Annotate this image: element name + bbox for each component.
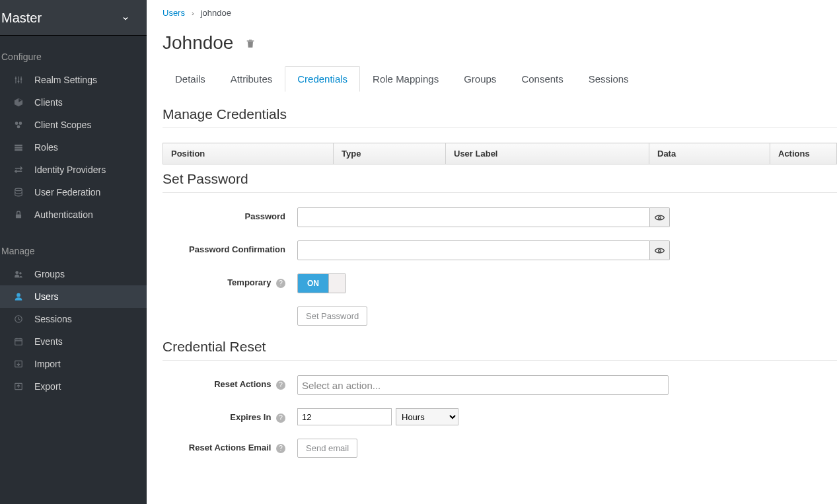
sidebar-nav-configure: Realm Settings Clients Client Scopes Rol… bbox=[0, 69, 147, 226]
th-position: Position bbox=[163, 143, 334, 164]
tab-role-mappings[interactable]: Role Mappings bbox=[360, 66, 451, 92]
sidebar-item-label: Groups bbox=[34, 269, 65, 279]
tab-sessions[interactable]: Sessions bbox=[576, 66, 641, 92]
svg-rect-0 bbox=[15, 77, 16, 84]
toggle-knob bbox=[328, 274, 346, 293]
tabs: Details Attributes Credentials Role Mapp… bbox=[163, 65, 837, 92]
label-password: Password bbox=[163, 207, 297, 221]
tab-details[interactable]: Details bbox=[163, 66, 218, 92]
label-expires-in: Expires In ? bbox=[163, 408, 297, 423]
svg-point-5 bbox=[20, 79, 22, 81]
user-icon bbox=[13, 291, 24, 302]
label-password-confirm: Password Confirmation bbox=[163, 240, 297, 254]
label-reset-actions-email: Reset Actions Email ? bbox=[163, 439, 297, 453]
section-credential-reset: Credential Reset bbox=[163, 339, 837, 361]
expires-in-input[interactable] bbox=[297, 408, 392, 425]
svg-point-4 bbox=[18, 81, 20, 83]
help-icon[interactable]: ? bbox=[276, 414, 285, 423]
sidebar-item-label: Roles bbox=[34, 142, 58, 153]
help-icon[interactable]: ? bbox=[276, 380, 285, 390]
svg-point-21 bbox=[659, 216, 661, 219]
cube-icon bbox=[13, 97, 24, 108]
credentials-table: Position Type User Label Data Actions bbox=[163, 143, 837, 164]
sidebar-item-export[interactable]: Export bbox=[0, 375, 147, 398]
exchange-icon bbox=[13, 164, 24, 175]
svg-rect-10 bbox=[15, 147, 22, 148]
roles-icon bbox=[13, 142, 24, 153]
sidebar: Master Configure Realm Settings Clients … bbox=[0, 0, 147, 504]
password-confirm-input[interactable] bbox=[297, 240, 650, 260]
eye-icon[interactable] bbox=[650, 240, 670, 260]
label-reset-actions: Reset Actions ? bbox=[163, 375, 297, 390]
password-input[interactable] bbox=[297, 207, 650, 227]
sidebar-item-realm-settings[interactable]: Realm Settings bbox=[0, 69, 147, 91]
svg-point-22 bbox=[659, 249, 661, 252]
realm-selector[interactable]: Master bbox=[0, 0, 147, 35]
breadcrumb: Users › johndoe bbox=[163, 8, 837, 18]
svg-rect-18 bbox=[15, 339, 22, 345]
sidebar-item-users[interactable]: Users bbox=[0, 285, 147, 308]
help-icon[interactable]: ? bbox=[276, 279, 285, 288]
svg-point-15 bbox=[19, 272, 22, 275]
label-temporary: Temporary ? bbox=[163, 273, 297, 288]
sliders-icon bbox=[13, 75, 24, 85]
svg-point-16 bbox=[17, 293, 20, 297]
sidebar-divider bbox=[0, 35, 147, 36]
sidebar-item-client-scopes[interactable]: Client Scopes bbox=[0, 114, 147, 136]
sidebar-item-label: Realm Settings bbox=[34, 75, 97, 85]
trash-icon[interactable] bbox=[245, 38, 256, 49]
chevron-down-icon bbox=[122, 15, 129, 22]
set-password-button[interactable]: Set Password bbox=[297, 306, 367, 326]
group-icon bbox=[13, 269, 24, 279]
eye-icon[interactable] bbox=[650, 207, 670, 227]
svg-point-3 bbox=[15, 77, 17, 79]
help-icon[interactable]: ? bbox=[276, 444, 285, 453]
page-title: Johndoe bbox=[163, 32, 233, 54]
realm-name: Master bbox=[1, 11, 42, 26]
sidebar-item-label: Identity Providers bbox=[34, 164, 106, 175]
svg-point-14 bbox=[15, 271, 18, 274]
tab-consents[interactable]: Consents bbox=[509, 66, 575, 92]
sidebar-item-label: User Federation bbox=[34, 187, 100, 198]
section-manage-credentials: Manage Credentials bbox=[163, 106, 837, 128]
sidebar-item-authentication[interactable]: Authentication bbox=[0, 203, 147, 226]
temporary-toggle[interactable]: ON bbox=[297, 273, 346, 293]
tab-groups[interactable]: Groups bbox=[451, 66, 509, 92]
tab-attributes[interactable]: Attributes bbox=[218, 66, 285, 92]
sidebar-item-events[interactable]: Events bbox=[0, 330, 147, 353]
tab-credentials[interactable]: Credentials bbox=[285, 66, 360, 92]
sidebar-item-identity-providers[interactable]: Identity Providers bbox=[0, 159, 147, 181]
expires-in-unit-select[interactable]: Hours bbox=[396, 408, 458, 425]
database-icon bbox=[13, 187, 24, 198]
th-actions: Actions bbox=[770, 143, 837, 164]
sidebar-item-sessions[interactable]: Sessions bbox=[0, 308, 147, 330]
sidebar-item-clients[interactable]: Clients bbox=[0, 91, 147, 114]
reset-actions-select[interactable]: Select an action... bbox=[297, 375, 669, 395]
lock-icon bbox=[13, 209, 24, 220]
sidebar-item-import[interactable]: Import bbox=[0, 353, 147, 375]
th-user-label: User Label bbox=[446, 143, 649, 164]
sidebar-item-groups[interactable]: Groups bbox=[0, 263, 147, 285]
send-email-button[interactable]: Send email bbox=[297, 439, 357, 458]
sidebar-item-user-federation[interactable]: User Federation bbox=[0, 181, 147, 203]
sidebar-item-label: Clients bbox=[34, 97, 63, 108]
th-type: Type bbox=[334, 143, 446, 164]
sidebar-section-manage: Manage bbox=[0, 242, 147, 263]
calendar-icon bbox=[13, 336, 24, 347]
sidebar-item-label: Sessions bbox=[34, 314, 72, 324]
sidebar-item-label: Events bbox=[34, 336, 63, 347]
chevron-right-icon: › bbox=[192, 9, 194, 17]
sidebar-section-configure: Configure bbox=[0, 48, 147, 69]
svg-point-7 bbox=[19, 122, 22, 125]
main-content: Users › johndoe Johndoe Details Attribut… bbox=[147, 0, 837, 504]
svg-rect-13 bbox=[16, 214, 21, 218]
svg-rect-11 bbox=[15, 149, 22, 151]
sidebar-item-label: Client Scopes bbox=[34, 120, 91, 130]
breadcrumb-users-link[interactable]: Users bbox=[163, 8, 185, 18]
sidebar-item-label: Users bbox=[34, 291, 59, 302]
sidebar-item-label: Authentication bbox=[34, 209, 93, 220]
sidebar-item-roles[interactable]: Roles bbox=[0, 136, 147, 159]
th-data: Data bbox=[649, 143, 770, 164]
section-set-password: Set Password bbox=[163, 171, 837, 193]
svg-point-6 bbox=[15, 122, 18, 125]
